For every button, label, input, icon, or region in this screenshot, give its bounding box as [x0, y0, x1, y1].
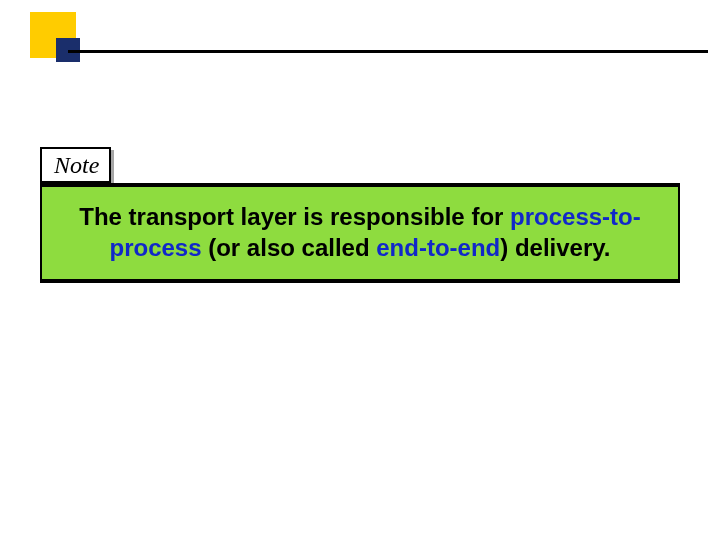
text-part3: ) delivery. [500, 234, 610, 261]
header-rule [68, 50, 708, 53]
emphasis-end-to-end: end-to-end [376, 234, 500, 261]
note-label: Note [40, 147, 111, 183]
text-part1: The transport layer is responsible for [79, 203, 510, 230]
note-callout: The transport layer is responsible for p… [40, 183, 680, 283]
slide: Note The transport layer is responsible … [0, 0, 720, 540]
text-part2: (or also called [202, 234, 377, 261]
